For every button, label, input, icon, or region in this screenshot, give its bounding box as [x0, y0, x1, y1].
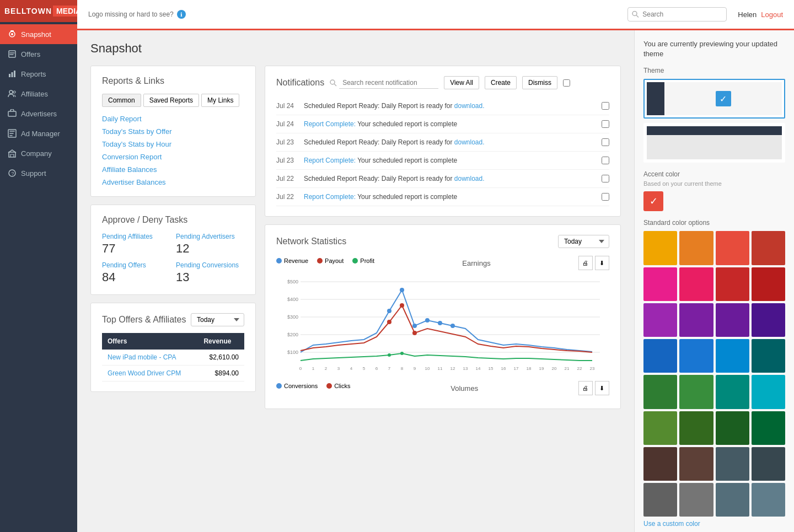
- color-swatch-24[interactable]: [643, 447, 677, 481]
- notif-checkbox[interactable]: [602, 157, 609, 164]
- affiliates-icon: [8, 89, 17, 98]
- network-stats-period-select[interactable]: Today Yesterday: [558, 235, 609, 248]
- pending-advertisers-label[interactable]: Pending Advertisers: [176, 233, 244, 240]
- svg-point-29: [400, 288, 404, 292]
- notification-search-input[interactable]: [339, 77, 438, 89]
- color-swatch-29[interactable]: [679, 483, 713, 517]
- color-swatch-11[interactable]: [752, 303, 785, 337]
- color-swatch-10[interactable]: [716, 303, 749, 337]
- offer-revenue: $894.00: [198, 366, 244, 381]
- color-swatch-13[interactable]: [679, 339, 713, 373]
- color-swatch-15[interactable]: [752, 339, 785, 373]
- color-swatch-31[interactable]: [752, 483, 785, 517]
- color-swatch-16[interactable]: [643, 375, 677, 409]
- color-swatch-27[interactable]: [752, 447, 785, 481]
- color-swatch-26[interactable]: [716, 447, 749, 481]
- link-advertiser-balances[interactable]: Advertiser Balances: [102, 178, 244, 186]
- tab-my-links[interactable]: My Links: [201, 94, 239, 107]
- username: Helen: [738, 10, 757, 19]
- earnings-chart-container: $500 $400 $300 $200 $100: [276, 273, 609, 374]
- notif-checkbox[interactable]: [602, 102, 609, 110]
- pending-affiliates-label[interactable]: Pending Affiliates: [102, 233, 170, 240]
- color-grid: [643, 231, 785, 517]
- color-swatch-23[interactable]: [752, 411, 785, 445]
- sidebar-item-company[interactable]: Company: [0, 143, 77, 163]
- search-input[interactable]: [627, 7, 727, 22]
- custom-color-link[interactable]: Use a custom color: [643, 520, 785, 528]
- logout-link[interactable]: Logout: [761, 10, 783, 19]
- sidebar-item-advertisers[interactable]: Advertisers: [0, 104, 77, 123]
- color-swatch-19[interactable]: [752, 375, 785, 409]
- color-swatch-28[interactable]: [643, 483, 677, 517]
- notif-checkbox[interactable]: [602, 120, 609, 128]
- color-swatch-7[interactable]: [752, 267, 785, 301]
- color-swatch-3[interactable]: [752, 231, 785, 265]
- notif-checkbox[interactable]: [602, 138, 609, 146]
- download-volumes-button[interactable]: ⬇: [595, 381, 609, 395]
- pending-conversions-label[interactable]: Pending Conversions: [176, 261, 244, 269]
- tab-saved-reports[interactable]: Saved Reports: [143, 94, 199, 107]
- notif-search-wrap: [330, 77, 438, 89]
- sidebar-item-snapshot[interactable]: Snapshot: [0, 24, 77, 44]
- view-all-button[interactable]: View All: [444, 76, 479, 89]
- sidebar-item-reports[interactable]: Reports: [0, 64, 77, 84]
- sidebar-item-affiliates[interactable]: Affiliates: [0, 84, 77, 104]
- notif-checkbox[interactable]: [602, 193, 609, 201]
- color-swatch-5[interactable]: [679, 267, 713, 301]
- tab-common[interactable]: Common: [102, 94, 141, 107]
- notif-complete-link[interactable]: Report Complete:: [304, 120, 356, 128]
- content-grid: Reports & Links Common Saved Reports My …: [90, 66, 621, 409]
- color-swatch-20[interactable]: [643, 411, 677, 445]
- color-swatch-30[interactable]: [716, 483, 749, 517]
- accent-current-color[interactable]: ✓: [643, 191, 663, 211]
- color-swatch-12[interactable]: [643, 339, 677, 373]
- color-swatch-1[interactable]: [679, 231, 713, 265]
- notif-download-link[interactable]: download.: [454, 138, 485, 146]
- color-swatch-17[interactable]: [679, 375, 713, 409]
- theme-preview-1[interactable]: ✓: [643, 79, 785, 119]
- link-conversion-report[interactable]: Conversion Report: [102, 153, 244, 161]
- notif-download-link[interactable]: download.: [454, 175, 485, 182]
- offer-name[interactable]: New iPad mobile - CPA: [102, 350, 198, 366]
- color-swatch-8[interactable]: [643, 303, 677, 337]
- link-today-stats-offer[interactable]: Today's Stats by Offer: [102, 127, 244, 136]
- link-today-stats-hour[interactable]: Today's Stats by Hour: [102, 140, 244, 148]
- notif-complete-link[interactable]: Report Complete:: [304, 157, 356, 164]
- color-swatch-22[interactable]: [716, 411, 749, 445]
- color-swatch-9[interactable]: [679, 303, 713, 337]
- notif-item: Jul 24 Report Complete: Your scheduled r…: [276, 115, 609, 133]
- theme-preview-2[interactable]: [643, 123, 785, 163]
- pending-offers-label[interactable]: Pending Offers: [102, 261, 170, 269]
- dismiss-all-checkbox[interactable]: [563, 79, 570, 87]
- approve-grid: Pending Affiliates 77 Pending Advertiser…: [102, 233, 244, 284]
- color-swatch-0[interactable]: [643, 231, 677, 265]
- top-offers-period-select[interactable]: Today Yesterday This Week: [191, 313, 244, 326]
- link-affiliate-balances[interactable]: Affiliate Balances: [102, 165, 244, 174]
- sidebar-item-ad-manager[interactable]: Ad Manager: [0, 123, 77, 143]
- notif-download-link[interactable]: download.: [454, 102, 485, 110]
- color-swatch-2[interactable]: [716, 231, 749, 265]
- print-volumes-button[interactable]: 🖨: [578, 381, 593, 395]
- color-swatch-4[interactable]: [643, 267, 677, 301]
- color-swatch-25[interactable]: [679, 447, 713, 481]
- download-chart-button[interactable]: ⬇: [595, 256, 609, 270]
- network-stats-card: Network Statistics Today Yesterday: [265, 224, 621, 409]
- snapshot-icon: [8, 30, 17, 39]
- color-swatch-18[interactable]: [716, 375, 749, 409]
- color-swatch-14[interactable]: [716, 339, 749, 373]
- link-daily-report[interactable]: Daily Report: [102, 115, 244, 123]
- dismiss-button[interactable]: Dismiss: [522, 76, 557, 89]
- notif-complete-link[interactable]: Report Complete:: [304, 193, 356, 201]
- header-user: Helen Logout: [738, 10, 783, 19]
- theme-1-sidebar: [647, 82, 664, 115]
- svg-text:21: 21: [565, 366, 570, 371]
- print-chart-button[interactable]: 🖨: [578, 256, 593, 270]
- payout-dot: [317, 258, 323, 264]
- offer-name[interactable]: Green Wood Driver CPM: [102, 366, 198, 381]
- create-button[interactable]: Create: [485, 76, 517, 89]
- color-swatch-21[interactable]: [679, 411, 713, 445]
- notif-checkbox[interactable]: [602, 175, 609, 182]
- sidebar-item-offers[interactable]: Offers: [0, 44, 77, 64]
- color-swatch-6[interactable]: [716, 267, 749, 301]
- sidebar-item-support[interactable]: ? Support: [0, 163, 77, 183]
